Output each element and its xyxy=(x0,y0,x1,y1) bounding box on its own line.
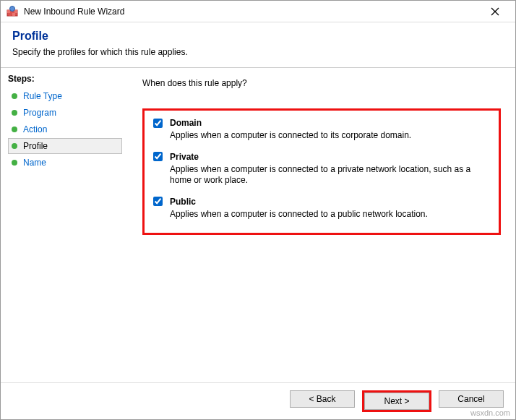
step-label: Profile xyxy=(23,141,48,151)
option-desc: Applies when a computer is connected to … xyxy=(170,130,488,142)
step-profile[interactable]: Profile xyxy=(8,138,122,154)
firewall-icon xyxy=(7,6,18,17)
step-label: Program xyxy=(23,108,56,118)
public-checkbox[interactable] xyxy=(153,197,163,206)
titlebar: New Inbound Rule Wizard xyxy=(1,1,515,22)
step-bullet-icon xyxy=(12,110,17,116)
svg-rect-1 xyxy=(7,10,10,13)
step-name[interactable]: Name xyxy=(8,155,122,171)
svg-rect-4 xyxy=(9,13,12,16)
checkbox-row[interactable]: Public xyxy=(153,197,490,207)
step-rule-type[interactable]: Rule Type xyxy=(8,88,122,104)
option-desc: Applies when a computer is connected to … xyxy=(170,209,488,220)
checkbox-row[interactable]: Domain xyxy=(153,118,490,128)
option-desc: Applies when a computer is connected to … xyxy=(170,164,488,187)
private-checkbox[interactable] xyxy=(153,152,163,161)
close-button[interactable] xyxy=(481,1,509,22)
steps-title: Steps: xyxy=(8,74,122,84)
checkbox-row[interactable]: Private xyxy=(153,152,490,162)
step-label: Rule Type xyxy=(23,91,62,101)
wizard-content: When does this rule apply? Domain Applie… xyxy=(122,68,515,382)
next-button[interactable]: Next > xyxy=(364,393,429,410)
profile-options-highlight: Domain Applies when a computer is connec… xyxy=(142,108,501,235)
step-action[interactable]: Action xyxy=(8,121,122,137)
window-title: New Inbound Rule Wizard xyxy=(24,7,481,17)
step-bullet-icon xyxy=(12,127,17,132)
step-bullet-icon xyxy=(12,143,17,149)
option-domain: Domain Applies when a computer is connec… xyxy=(153,118,490,142)
close-icon xyxy=(491,7,499,16)
svg-rect-5 xyxy=(12,13,15,16)
svg-point-6 xyxy=(10,6,15,11)
option-public: Public Applies when a computer is connec… xyxy=(153,197,490,220)
option-label: Domain xyxy=(170,118,202,128)
option-label: Private xyxy=(170,152,199,162)
domain-checkbox[interactable] xyxy=(153,119,163,128)
wizard-body: Steps: Rule Type Program Action Profile … xyxy=(1,68,515,382)
wizard-header: Profile Specify the profiles for which t… xyxy=(1,22,515,67)
option-private: Private Applies when a computer is conne… xyxy=(153,152,490,187)
step-bullet-icon xyxy=(12,93,17,99)
page-subtitle: Specify the profiles for which this rule… xyxy=(12,47,504,57)
svg-rect-3 xyxy=(14,10,17,13)
step-label: Name xyxy=(23,158,46,168)
step-program[interactable]: Program xyxy=(8,105,122,121)
wizard-footer: < Back Next > Cancel xyxy=(1,382,515,419)
step-label: Action xyxy=(23,124,47,134)
page-title: Profile xyxy=(12,30,504,43)
content-question: When does this rule apply? xyxy=(142,78,501,88)
wizard-window: New Inbound Rule Wizard Profile Specify … xyxy=(0,0,516,420)
cancel-button[interactable]: Cancel xyxy=(439,390,504,408)
option-label: Public xyxy=(170,197,196,207)
back-button[interactable]: < Back xyxy=(290,390,355,408)
step-bullet-icon xyxy=(12,160,17,166)
steps-sidebar: Steps: Rule Type Program Action Profile … xyxy=(1,68,122,382)
next-button-highlight: Next > xyxy=(362,390,431,412)
